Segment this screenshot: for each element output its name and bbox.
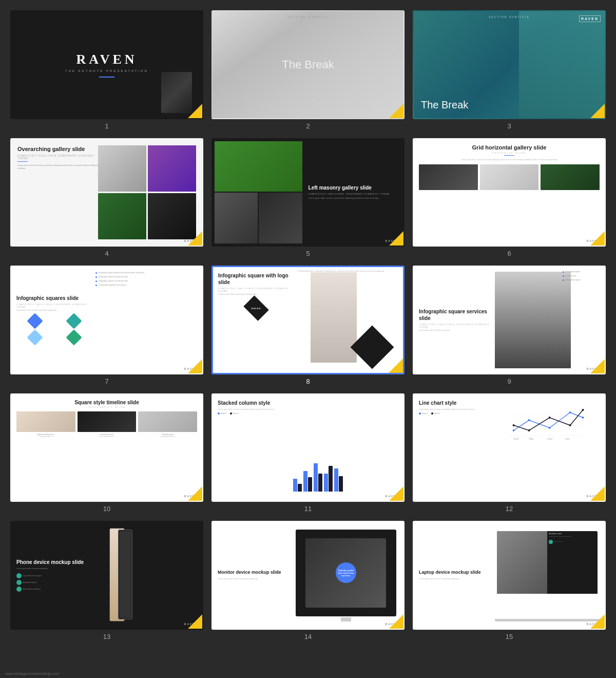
slide-14-body: Lorem ipsum dolor sit amet consectetur a…: [218, 578, 294, 580]
svg-point-4: [528, 419, 530, 421]
slide-13-left: Phone device mockup slide Lorem ipsum do…: [16, 527, 107, 624]
slide-6-images: [419, 164, 600, 190]
slide-7-text-3: Infographic square lorem ipsum dolor: [99, 280, 128, 282]
slide-12-svg: April May June July: [494, 400, 600, 441]
slide-9-dot-1: [563, 271, 564, 273]
svg-point-8: [512, 424, 514, 426]
slide-4-img-leaf: [98, 193, 146, 239]
slide-9[interactable]: Infographic square services slide COMPLE…: [413, 266, 606, 374]
slide-13-feat-3: Stand alone expertise: [16, 587, 107, 592]
slide-13-feat-2: Animated objects: [16, 580, 107, 585]
slide-7-diamond-3: [27, 330, 43, 346]
slide-12-legend-2: Report 2: [431, 412, 440, 415]
slide-7-dot-1: [95, 272, 97, 274]
slide-12-legend-1: Report 1: [419, 412, 428, 415]
slide-8-body: Professionally utilize sustainable marke…: [218, 293, 294, 296]
slide-8[interactable]: Infographic square with logo slide COMPL…: [211, 266, 405, 374]
slide-11-legend-2: Report 2: [230, 412, 239, 415]
slide-3-number: 3: [507, 122, 511, 130]
slide-12[interactable]: Line chart style Lorem ipsum dolor sit a…: [413, 393, 606, 502]
slide-grid: RAVEN THE KEYNOTE PRESENTATION 1 SECTION…: [10, 10, 606, 641]
slide-11-bar-2: [303, 471, 312, 492]
slide-8-diamond-big: [351, 325, 394, 369]
slide-15-corner: [590, 614, 605, 629]
slide-4[interactable]: Overarching gallery slide COMPLETELY FAC…: [10, 138, 203, 247]
slide-10-img-2: [78, 411, 137, 432]
slide-13-corner: [188, 614, 202, 629]
slide-14-number: 14: [304, 633, 312, 641]
slide-4-sub: COMPLETELY FACILITATE CORPORATE STRATEGY…: [17, 155, 98, 160]
slide-12-number: 12: [506, 505, 513, 513]
slide-8-title: Infographic square with logo slide: [218, 272, 294, 286]
slide-10-number: 10: [103, 505, 110, 513]
slide-15-icon-row: Facility insights: [549, 540, 596, 544]
slide-10-item-3: Holisticly lorem Lorem ipsum dolor sit: [138, 411, 197, 438]
slide-10-desc-1: Lorem ipsum dolor sit: [38, 436, 53, 438]
slide-10-title: Square style timeline slide: [16, 400, 197, 405]
slide-14-circle: Globally parallel task stand alone exper…: [336, 562, 356, 583]
slide-15-base: [495, 619, 600, 622]
slide-6-corner: [590, 231, 605, 246]
slide-7-dot-2: [95, 276, 97, 278]
slide-5-leaf: [215, 141, 302, 192]
slide-6-img-light: [480, 164, 539, 190]
slide-12-dot-1: [419, 412, 421, 415]
slide-11-bar-dark-3: [318, 474, 322, 492]
svg-point-6: [569, 411, 571, 413]
slide-10[interactable]: Square style timeline slide INFOGRAPHIC …: [10, 393, 203, 502]
slide-14-stand: [341, 617, 351, 622]
slide-7[interactable]: Infographic squares slide COMPLETELY FAC…: [10, 266, 203, 374]
slide-5-title: Left masonry gallery slide: [309, 184, 399, 191]
slide-10-img-1: [16, 411, 75, 432]
slide-15-person: [497, 531, 547, 594]
svg-point-12: [582, 409, 584, 411]
slide-10-desc-2: Lorem ipsum dolor sit: [100, 436, 114, 438]
slide-13-features: Layout file lorem ipsum Animated objects…: [16, 573, 107, 592]
slide-13-feat-text-2: Animated objects: [23, 581, 37, 583]
slide-9-bullet-1: Proactively exploit: [563, 271, 601, 273]
slide-6-sub: PORTFOLIO SLIDE: [419, 152, 600, 154]
slide-11-title: Stacked column style: [218, 400, 290, 406]
slide-14-screen: Globally parallel task stand alone exper…: [305, 538, 386, 608]
slide-3-section-sub: SECTION SUBTITLE: [489, 15, 530, 18]
slide-9-dot-3: [563, 279, 564, 281]
slide-10-item-1: Astronomically lorem Lorem ipsum dolor s…: [16, 411, 75, 438]
slide-8-logo-area: RAVEN: [218, 299, 294, 317]
slide-7-right: Proactively exploit superior lorem ipsum…: [92, 272, 197, 368]
slide-1-corner: [188, 104, 202, 118]
slide-1-subtitle: THE KEYNOTE PRESENTATION: [65, 69, 148, 72]
slide-9-person: [495, 272, 571, 368]
slide-7-text-4: Covalently reoptimize lorem ipsum: [99, 284, 126, 287]
slide-15-icon-text: Facility insights: [554, 541, 563, 542]
slide-11[interactable]: Stacked column style Lorem ipsum dolor s…: [211, 393, 405, 502]
slide-14-right: Globally parallel task stand alone exper…: [294, 527, 398, 624]
slide-9-person-col: [495, 272, 571, 368]
slide-10-corner: [188, 486, 202, 501]
slide-15-body: Lorem ipsum dolor sit amet consectetur a…: [419, 578, 495, 580]
slide-2-section-sub: SECTION SUBTITLE: [287, 15, 329, 18]
slide-9-corner: [590, 359, 605, 373]
slide-1-number: 1: [105, 122, 108, 130]
slide-5[interactable]: Left masonry gallery slide COMPLETELY FA…: [211, 138, 405, 247]
slide-2[interactable]: SECTION SUBTITLE The Break: [211, 10, 405, 119]
slide-14-corner: [389, 614, 403, 629]
slide-15[interactable]: Laptop device mockup slide Lorem ipsum d…: [413, 521, 606, 630]
slide-1[interactable]: RAVEN THE KEYNOTE PRESENTATION: [10, 10, 203, 119]
slide-1-title: RAVEN: [76, 52, 137, 67]
svg-text:April: April: [513, 437, 518, 440]
slide-6[interactable]: Grid horizontal gallery slide PORTFOLIO …: [413, 138, 606, 247]
slide-12-dot-2: [431, 412, 433, 415]
slide-wrapper-2: SECTION SUBTITLE The Break 2: [211, 10, 405, 130]
slide-15-number: 15: [506, 633, 513, 641]
slide-11-bar-5: [334, 468, 343, 492]
slide-9-text-1: Proactively exploit: [566, 271, 580, 273]
slide-14[interactable]: Monitor device mockup slide Lorem ipsum …: [211, 521, 405, 630]
slide-3[interactable]: SECTION SUBTITLE RAVEN The Break: [413, 10, 606, 119]
slide-12-left: Line chart style Lorem ipsum dolor sit a…: [419, 400, 491, 496]
slide-2-title: The Break: [282, 58, 334, 71]
slide-8-left: Infographic square with logo slide COMPL…: [218, 272, 294, 368]
slide-8-logo-diamond: RAVEN: [243, 295, 268, 321]
slide-6-img-plant: [541, 164, 600, 190]
slide-13[interactable]: Phone device mockup slide Lorem ipsum do…: [10, 521, 203, 630]
slide-11-corner: [389, 486, 403, 501]
